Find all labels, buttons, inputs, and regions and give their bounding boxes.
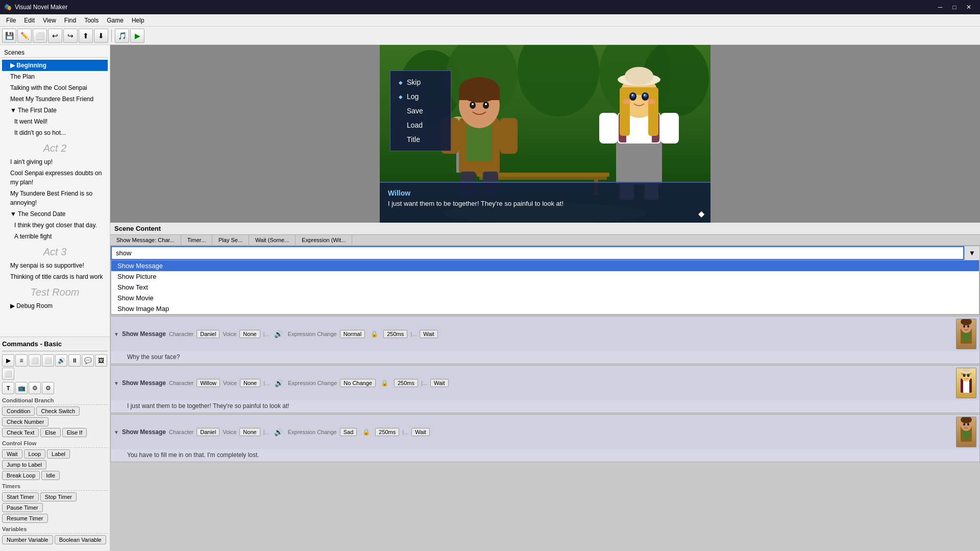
action-value-3[interactable]: Wait — [411, 428, 430, 436]
cmd-icon-play[interactable]: ▶ — [2, 354, 14, 367]
maximize-button[interactable]: □ — [947, 2, 962, 13]
autocomplete-show-movie[interactable]: Show Movie — [111, 293, 979, 303]
minimize-button[interactable]: ─ — [933, 2, 947, 13]
scene-item-beginning[interactable]: ▶ Beginning — [2, 60, 108, 71]
toolbar-undo[interactable]: ↩ — [48, 29, 62, 43]
timing-value-1[interactable]: 250ms — [383, 330, 407, 338]
action-value-2[interactable]: Wait — [430, 379, 449, 387]
cmd-icon-image[interactable]: 🖼 — [95, 354, 107, 367]
scene-item-meet[interactable]: Meet My Tsundere Best Friend — [2, 93, 108, 105]
scene-item-second-date[interactable]: ▼ The Second Date — [2, 208, 108, 220]
autocomplete-show-picture[interactable]: Show Picture — [111, 271, 979, 282]
collapse-icon-1[interactable]: ▼ — [114, 331, 119, 337]
scene-tab-5[interactable]: Expression (Wit... — [296, 235, 352, 245]
scene-item-terrible-fight[interactable]: A terrible fight — [2, 231, 108, 242]
cmd-icon-pause[interactable]: ⏸ — [68, 354, 81, 367]
expr-value-2[interactable]: No Change — [340, 379, 376, 387]
scene-item-title-cards[interactable]: Thinking of title cards is hard work — [2, 271, 108, 282]
menu-find[interactable]: Find — [60, 14, 80, 26]
menu-game[interactable]: Game — [103, 14, 128, 26]
voice-value-2[interactable]: None — [240, 379, 260, 387]
scene-tab-1[interactable]: Show Message: Char... — [110, 235, 181, 245]
scene-item-talking[interactable]: Talking with the Cool Senpai — [2, 82, 108, 93]
condition-button[interactable]: Condition — [2, 406, 35, 416]
cmd-icon-list[interactable]: ≡ — [15, 354, 28, 367]
voice-value-3[interactable]: None — [239, 428, 260, 436]
scene-tab-3[interactable]: Play Se... — [212, 235, 249, 245]
autocomplete-show-text[interactable]: Show Text — [111, 282, 979, 293]
toolbar-down[interactable]: ⬇ — [94, 29, 108, 43]
loop-button[interactable]: Loop — [24, 449, 45, 459]
menu-file[interactable]: File — [2, 14, 20, 26]
char-value-1[interactable]: Daniel — [197, 330, 219, 338]
idle-button[interactable]: Idle — [41, 471, 60, 480]
resume-timer-button[interactable]: Resume Timer — [2, 514, 48, 523]
toolbar-up[interactable]: ⬆ — [79, 29, 93, 43]
menu-help[interactable]: Help — [128, 14, 149, 26]
autocomplete-show-image-map[interactable]: Show Image Map — [111, 303, 979, 314]
scene-item-closer[interactable]: I think they got closer that day. — [2, 220, 108, 231]
else-button[interactable]: Else — [40, 428, 60, 437]
cmd-icon-text[interactable]: T — [2, 382, 14, 394]
scene-item-debug-room[interactable]: ▶ Debug Room — [2, 300, 108, 312]
collapse-icon-2[interactable]: ▼ — [114, 380, 119, 386]
timing-value-2[interactable]: 250ms — [394, 379, 418, 387]
toolbar-save[interactable]: 💾 — [2, 29, 16, 43]
scene-item-tsundere-annoying[interactable]: My Tsundere Best Friend is so annoying! — [2, 188, 108, 208]
cmd-icon-square3[interactable]: ⬜ — [2, 368, 14, 380]
menu-load[interactable]: Load — [390, 118, 451, 132]
scene-item-cool-senpai-doubts[interactable]: Cool Senpai expresses doubts on my plan! — [2, 167, 108, 188]
scene-item-didnt-go[interactable]: It didn't go so hot... — [2, 127, 108, 138]
autocomplete-show-message[interactable]: Show Message — [111, 260, 979, 271]
jump-to-label-button[interactable]: Jump to Label — [2, 460, 46, 469]
toolbar-redo[interactable]: ↪ — [63, 29, 78, 43]
scene-item-senpai-supportive[interactable]: My senpai is so supportive! — [2, 260, 108, 271]
toolbar-new[interactable]: ⬜ — [33, 29, 47, 43]
pause-timer-button[interactable]: Pause Timer — [2, 503, 43, 512]
else-if-button[interactable]: Else If — [62, 428, 87, 437]
cmd-icon-square2[interactable]: ⬜ — [42, 354, 54, 367]
action-value-1[interactable]: Wait — [420, 330, 438, 338]
cmd-icon-sound[interactable]: 🔊 — [55, 354, 67, 367]
cmd-icon-square1[interactable]: ⬜ — [29, 354, 41, 367]
collapse-icon-3[interactable]: ▼ — [114, 429, 119, 435]
dialog-next-arrow[interactable]: ◆ — [698, 209, 704, 219]
expr-value-3[interactable]: Sad — [340, 428, 357, 436]
cmd-icon-monitor[interactable]: 📺 — [15, 382, 28, 394]
boolean-variable-button[interactable]: Boolean Variable — [55, 535, 106, 544]
menu-log[interactable]: ◆ Log — [390, 89, 451, 104]
menu-edit[interactable]: Edit — [20, 14, 39, 26]
menu-skip[interactable]: ◆ Skip — [390, 75, 451, 89]
scene-item-went-well[interactable]: It went Well! — [2, 116, 108, 127]
scene-tab-4[interactable]: Wait (Some... — [249, 235, 296, 245]
command-search-input[interactable] — [111, 246, 964, 260]
char-value-2[interactable]: Willow — [197, 379, 220, 387]
toolbar-play[interactable]: ▶ — [130, 29, 144, 43]
scene-item-the-plan[interactable]: The Plan — [2, 71, 108, 82]
scene-tab-2[interactable]: Timer... — [181, 235, 212, 245]
char-value-3[interactable]: Daniel — [197, 428, 219, 436]
stop-timer-button[interactable]: Stop Timer — [40, 492, 77, 501]
expr-value-1[interactable]: Normal — [340, 330, 365, 338]
cmd-icon-gear2[interactable]: ⚙ — [42, 382, 54, 394]
menu-view[interactable]: View — [39, 14, 60, 26]
close-button[interactable]: ✕ — [962, 2, 976, 13]
number-variable-button[interactable]: Number Variable — [2, 535, 53, 544]
menu-save[interactable]: Save — [390, 104, 451, 118]
scene-item-not-giving-up[interactable]: I ain't giving up! — [2, 156, 108, 167]
check-switch-button[interactable]: Check Switch — [36, 406, 80, 416]
scene-item-first-date[interactable]: ▼ The First Date — [2, 105, 108, 116]
start-timer-button[interactable]: Start Timer — [2, 492, 39, 501]
wait-button[interactable]: Wait — [2, 449, 22, 459]
menu-title[interactable]: Title — [390, 132, 451, 147]
menu-tools[interactable]: Tools — [80, 14, 103, 26]
voice-value-1[interactable]: None — [239, 330, 260, 338]
timing-value-3[interactable]: 250ms — [375, 428, 399, 436]
toolbar-edit[interactable]: ✏️ — [17, 29, 32, 43]
cmd-icon-chat[interactable]: 💬 — [82, 354, 94, 367]
search-dropdown-button[interactable]: ▼ — [964, 246, 979, 260]
check-text-button[interactable]: Check Text — [2, 428, 39, 437]
cmd-icon-gear1[interactable]: ⚙ — [29, 382, 41, 394]
break-loop-button[interactable]: Break Loop — [2, 471, 40, 480]
check-number-button[interactable]: Check Number — [2, 417, 48, 426]
